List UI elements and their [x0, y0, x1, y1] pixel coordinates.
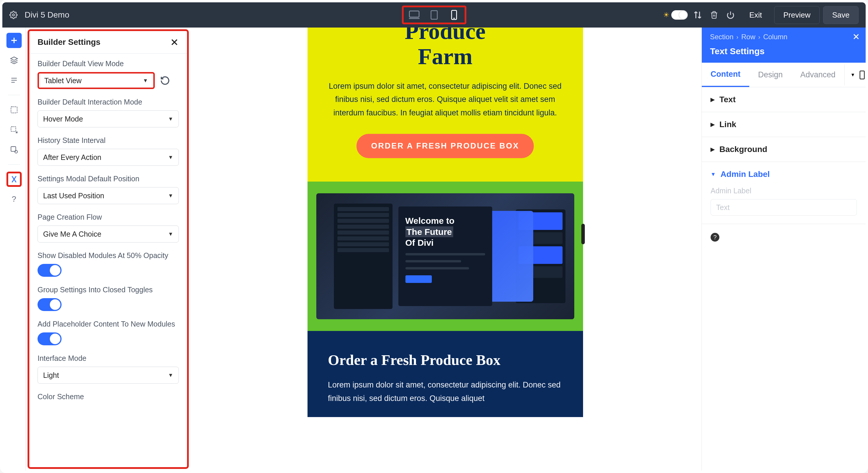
topbar-right: ☀ Exit Preview Save [663, 6, 859, 24]
exit-button[interactable]: Exit [741, 6, 771, 24]
field-label: Color Scheme [37, 393, 179, 401]
power-icon[interactable] [724, 8, 737, 22]
field-interaction: Builder Default Interaction Mode Hover M… [37, 98, 179, 127]
canvas[interactable]: Produce Farm Lorem ipsum dolor sit amet,… [308, 28, 583, 471]
trash-icon[interactable] [708, 8, 720, 22]
panel-title: Builder Settings [37, 37, 100, 47]
preview-center-panel: Welcome to The Future Of Divi [398, 206, 492, 306]
text-settings-panel: Section › Row › Column ✕ Text Settings C… [702, 28, 866, 471]
help-button[interactable]: ? [711, 233, 719, 242]
template-icon[interactable] [6, 102, 22, 117]
phone-icon[interactable] [859, 71, 865, 79]
crumb-column[interactable]: Column [763, 33, 787, 41]
device-phone-button[interactable] [448, 9, 460, 21]
svg-rect-3 [431, 10, 437, 19]
help-icon[interactable]: ? [6, 192, 22, 207]
tab-design[interactable]: Design [749, 63, 792, 87]
tab-advanced[interactable]: Advanced [792, 63, 844, 87]
select-value: Tablet View [44, 76, 82, 85]
gear-icon[interactable] [9, 11, 18, 19]
module-icon[interactable] [6, 142, 22, 157]
close-icon[interactable]: ✕ [852, 32, 860, 42]
acc-head-link[interactable]: ▶Link [702, 112, 866, 137]
opacity-toggle[interactable] [37, 264, 62, 277]
layers-icon[interactable] [6, 53, 22, 68]
view-mode-select[interactable]: Tablet View ▼ [37, 72, 155, 89]
export-icon[interactable] [6, 122, 22, 137]
device-tablet-button[interactable] [428, 9, 440, 21]
field-label: Interface Mode [37, 354, 179, 363]
field-view-mode: Builder Default View Mode Tablet View ▼ [37, 60, 179, 89]
triangle-right-icon: ▶ [711, 121, 715, 128]
interaction-select[interactable]: Hover Mode ▼ [37, 110, 179, 127]
field-label: Builder Default View Mode [37, 60, 179, 68]
select-value: After Every Action [43, 153, 101, 162]
green-section: Welcome to The Future Of Divi [308, 181, 583, 331]
field-history: History State Interval After Every Actio… [37, 136, 179, 166]
left-rail: ? [2, 28, 26, 471]
chevron-down-icon: ▼ [143, 78, 148, 84]
right-panel-title: Text Settings [710, 46, 858, 63]
preview-button[interactable]: Preview [774, 6, 819, 24]
acc-head-background[interactable]: ▶Background [702, 137, 866, 162]
field-group-toggles: Group Settings Into Closed Toggles [37, 285, 179, 311]
sun-icon: ☀ [663, 11, 670, 19]
add-button[interactable] [6, 33, 22, 48]
chevron-down-icon: ▼ [168, 116, 173, 122]
acc-text: ▶Text [702, 87, 866, 112]
hero-cta-button[interactable]: ORDER A FRESH PRODUCE BOX [356, 134, 534, 158]
device-desktop-button[interactable] [408, 9, 420, 21]
topbar-left: Divi 5 Demo [9, 10, 69, 20]
crumb-section[interactable]: Section [710, 33, 734, 41]
acc-head-text[interactable]: ▶Text [702, 87, 866, 112]
device-switcher [402, 6, 466, 24]
admin-label-input[interactable] [711, 199, 857, 215]
field-label: Page Creation Flow [37, 213, 179, 222]
chevron-down-icon: ▼ [168, 372, 173, 378]
scrollbar-thumb[interactable] [581, 224, 585, 244]
close-icon[interactable] [170, 38, 179, 46]
crumb-row[interactable]: Row [741, 33, 755, 41]
acc-admin: ▼Admin Label Admin Label [702, 162, 866, 224]
chevron-right-icon: › [758, 34, 761, 40]
group-toggle[interactable] [37, 298, 62, 311]
chevron-down-icon[interactable]: ▼ [850, 72, 855, 78]
settings-rail-button[interactable] [6, 172, 22, 187]
field-label: Builder Default Interaction Mode [37, 98, 179, 106]
chevron-right-icon: › [736, 34, 738, 40]
reset-icon[interactable] [160, 75, 170, 86]
list-icon[interactable] [6, 73, 22, 88]
svg-rect-14 [11, 127, 16, 132]
theme-toggle[interactable]: ☀ [663, 10, 688, 20]
panel-header: Builder Settings [29, 31, 187, 54]
rail-separator [8, 164, 20, 165]
placeholder-toggle[interactable] [37, 332, 62, 345]
svg-point-0 [12, 14, 14, 16]
admin-label-text: Admin Label [711, 187, 857, 195]
triangle-down-icon: ▼ [711, 171, 716, 177]
swap-icon[interactable] [691, 8, 704, 22]
welcome-line: Welcome to [405, 215, 485, 226]
acc-head-admin[interactable]: ▼Admin Label [702, 162, 866, 187]
svg-marker-9 [10, 57, 17, 60]
breadcrumb: Section › Row › Column [710, 33, 858, 41]
history-select[interactable]: After Every Action ▼ [37, 149, 179, 166]
save-button[interactable]: Save [823, 6, 859, 24]
creation-select[interactable]: Give Me A Choice ▼ [37, 226, 179, 242]
app-root: Divi 5 Demo ☀ Exit Preview Save [0, 0, 868, 473]
triangle-right-icon: ▶ [711, 146, 715, 153]
builder-settings-panel: Builder Settings Builder Default View Mo… [28, 29, 189, 469]
modal-pos-select[interactable]: Last Used Position ▼ [37, 187, 179, 204]
field-creation: Page Creation Flow Give Me A Choice ▼ [37, 213, 179, 242]
interface-select[interactable]: Light ▼ [37, 367, 179, 384]
field-interface: Interface Mode Light ▼ [37, 354, 179, 384]
chevron-down-icon: ▼ [168, 193, 173, 199]
field-modal-pos: Settings Modal Default Position Last Use… [37, 175, 179, 204]
field-label: Group Settings Into Closed Toggles [37, 285, 179, 294]
select-value: Last Used Position [43, 192, 104, 200]
settings-tabs: Content Design Advanced ▼ [702, 63, 866, 87]
acc-label: Background [719, 145, 767, 154]
dark-text: Lorem ipsum dolor sit amet, consectetur … [328, 378, 562, 405]
tab-content[interactable]: Content [702, 63, 749, 87]
triangle-right-icon: ▶ [711, 96, 715, 103]
